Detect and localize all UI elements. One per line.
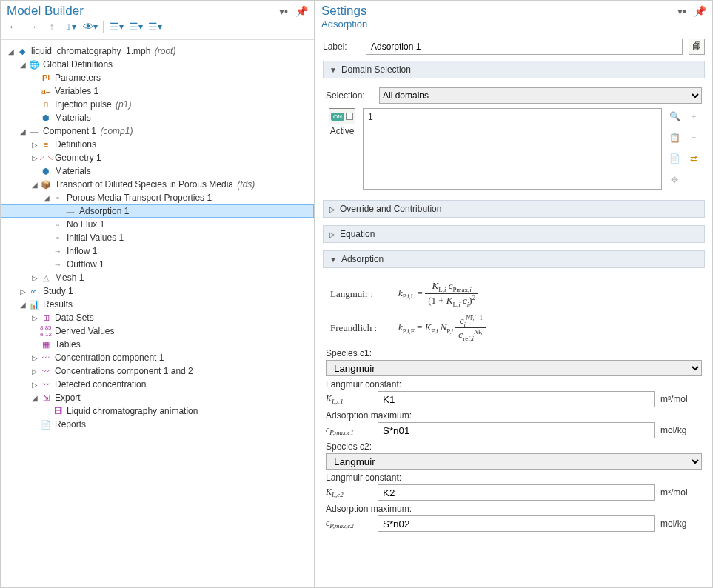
chevron-down-icon: ▼ (329, 66, 337, 74)
show-icon[interactable]: 👁▾ (84, 20, 97, 33)
active-toggle[interactable]: ON (329, 108, 355, 124)
pin-icon[interactable]: 📌 (693, 4, 706, 18)
section-domain-selection[interactable]: ▼ Domain Selection (323, 61, 705, 78)
k-c1-symbol: KL,c1 (326, 393, 372, 405)
tree-geometry[interactable]: ▷⟋⟍ Geometry 1 (1, 151, 314, 164)
k-c1-unit: m³/mol (660, 394, 702, 404)
tree-mesh1[interactable]: ▷△ Mesh 1 (1, 271, 314, 284)
study-icon: ∞ (28, 285, 40, 297)
tree-root[interactable]: ◢◆ liquid_chromatography_1.mph (root) (1, 44, 314, 58)
datasets-icon: ⊞ (40, 312, 52, 324)
section-override[interactable]: ▷ Override and Contribution (323, 200, 705, 218)
paste-icon[interactable]: 📄 (666, 150, 683, 167)
tree-conc1[interactable]: ▷〰 Concentration component 1 (1, 351, 314, 364)
tree-tables[interactable]: ▷▦ Tables (1, 338, 314, 351)
tree-inflow1[interactable]: ▷→ Inflow 1 (1, 244, 314, 258)
selection-list[interactable]: 1 (363, 108, 662, 190)
minimize-icon[interactable]: ▾▪ (675, 4, 689, 18)
materials-icon: ⬢ (40, 112, 52, 124)
section-equation[interactable]: ▷ Equation (323, 225, 705, 243)
species-c2-label: Species c2: (326, 441, 702, 452)
back-icon[interactable]: ← (7, 20, 20, 33)
cpmax-c2-unit: mol/kg (660, 518, 702, 529)
move-icon[interactable]: ✥ (666, 172, 683, 188)
domain-feature-icon: ▫ (52, 232, 64, 244)
tag-icon[interactable]: ☰▾ (148, 20, 161, 33)
model-tree[interactable]: ◢◆ liquid_chromatography_1.mph (root) ◢🌐… (1, 40, 314, 587)
chevron-right-icon: ▷ (329, 205, 335, 213)
tree-materials[interactable]: ▷⬢ Materials (1, 111, 314, 124)
zoom-selection-icon[interactable]: 🔍 (666, 108, 683, 124)
tree-export[interactable]: ◢⇲ Export (1, 391, 314, 404)
forward-icon[interactable]: → (26, 20, 39, 33)
tree-materials2[interactable]: ▷⬢ Materials (1, 164, 314, 178)
model-builder-title: Model Builder (7, 4, 277, 19)
k-c2-label: Langmuir constant: (326, 472, 702, 483)
tree-conc12[interactable]: ▷〰 Concentrations component 1 and 2 (1, 364, 314, 378)
parameters-icon: Pi (40, 72, 52, 84)
pin-icon[interactable]: 📌 (295, 4, 308, 18)
cpmax-c1-input[interactable] (378, 422, 655, 438)
toggle-icon (346, 113, 353, 120)
up-icon[interactable]: ↑ (45, 20, 58, 33)
add-icon[interactable]: ＋ (686, 108, 702, 124)
tree-definitions[interactable]: ▷≡ Definitions (1, 138, 314, 151)
expand-icon[interactable]: ☰▾ (110, 20, 123, 33)
selection-lbl: Selection: (326, 90, 373, 101)
globe-icon: 🌐 (28, 59, 40, 70)
down-icon[interactable]: ↓▾ (64, 20, 78, 33)
tree-initial1[interactable]: ▷▫ Initial Values 1 (1, 231, 314, 244)
tree-global-definitions[interactable]: ◢🌐 Global Definitions (1, 58, 314, 71)
active-lbl: Active (330, 126, 355, 136)
cpmax-c1-label: Adsorption maximum: (326, 410, 702, 421)
tree-study1[interactable]: ▷∞ Study 1 (1, 284, 314, 298)
species-c1-label: Species c1: (326, 348, 702, 358)
inflow-icon: → (52, 245, 64, 257)
section-adsorption[interactable]: ▼ Adsorption (323, 250, 705, 268)
species-c2-dropdown[interactable]: Langmuir (326, 453, 702, 470)
remove-icon[interactable]: － (686, 130, 702, 146)
tree-component1[interactable]: ◢— Component 1 (comp1) (1, 124, 314, 138)
collapse-icon[interactable]: ☰▾ (129, 20, 142, 33)
list-item[interactable]: 1 (368, 112, 657, 122)
show-equation-button[interactable]: 🗐 (689, 39, 705, 55)
tree-reports[interactable]: ▷📄 Reports (1, 418, 314, 431)
tree-parameters[interactable]: ▷Pi Parameters (1, 71, 314, 84)
freundlich-equation: Freundlich : kP,i,F = KF,i NP,i ciNF,i−1… (326, 311, 702, 346)
toggle-icon[interactable]: ⇄ (686, 150, 702, 167)
subfeature-icon: — (64, 205, 76, 217)
outflow-icon: → (52, 258, 64, 270)
tree-outflow1[interactable]: ▷→ Outflow 1 (1, 258, 314, 271)
k-c1-label: Langmuir constant: (326, 379, 702, 390)
tree-variables[interactable]: ▷a= Variables 1 (1, 84, 314, 98)
animation-icon: 🎞 (52, 405, 64, 417)
tree-noflux1[interactable]: ▷▫ No Flux 1 (1, 218, 314, 231)
physics-icon: 📦 (40, 178, 52, 190)
plot-icon: 〰 (40, 352, 52, 364)
toolbar-separator (103, 21, 104, 33)
label-input[interactable] (366, 39, 683, 55)
settings-title: Settings (321, 4, 675, 19)
tree-detected[interactable]: ▷〰 Detected concentration (1, 378, 314, 391)
selection-dropdown[interactable]: All domains (379, 87, 702, 104)
species-c1-dropdown[interactable]: Langmuir (326, 360, 702, 376)
tree-injection-pulse[interactable]: ▷⎍ Injection pulse (p1) (1, 98, 314, 111)
k-c1-input[interactable] (378, 391, 655, 407)
tree-pmtp1[interactable]: ◢▫ Porous Media Transport Properties 1 (1, 191, 314, 204)
k-c2-input[interactable] (378, 484, 655, 501)
cpmax-c1-symbol: cP,max,c1 (326, 424, 372, 436)
tables-icon: ▦ (40, 338, 52, 350)
tree-anim[interactable]: ▷🎞 Liquid chromatography animation (1, 404, 314, 418)
tree-adsorption1[interactable]: ▷— Adsorption 1 (1, 204, 314, 218)
tree-datasets[interactable]: ▷⊞ Data Sets (1, 311, 314, 324)
model-builder-panel: Model Builder ▾▪ 📌 ← → ↑ ↓▾ 👁▾ ☰▾ ☰▾ ☰▾ … (0, 0, 315, 588)
label-lbl: Label: (323, 41, 360, 52)
minimize-icon[interactable]: ▾▪ (277, 4, 290, 18)
cpmax-c2-input[interactable] (378, 515, 655, 532)
tree-tds[interactable]: ◢📦 Transport of Diluted Species in Porou… (1, 178, 314, 191)
tree-results[interactable]: ◢📊 Results (1, 298, 314, 311)
tree-derived[interactable]: ▷8.85e-12 Derived Values (1, 324, 314, 338)
settings-panel: Settings ▾▪ 📌 Adsorption Label: 🗐 ▼ Doma… (315, 0, 713, 588)
copy-icon[interactable]: 📋 (666, 130, 683, 146)
k-c2-unit: m³/mol (660, 487, 702, 498)
